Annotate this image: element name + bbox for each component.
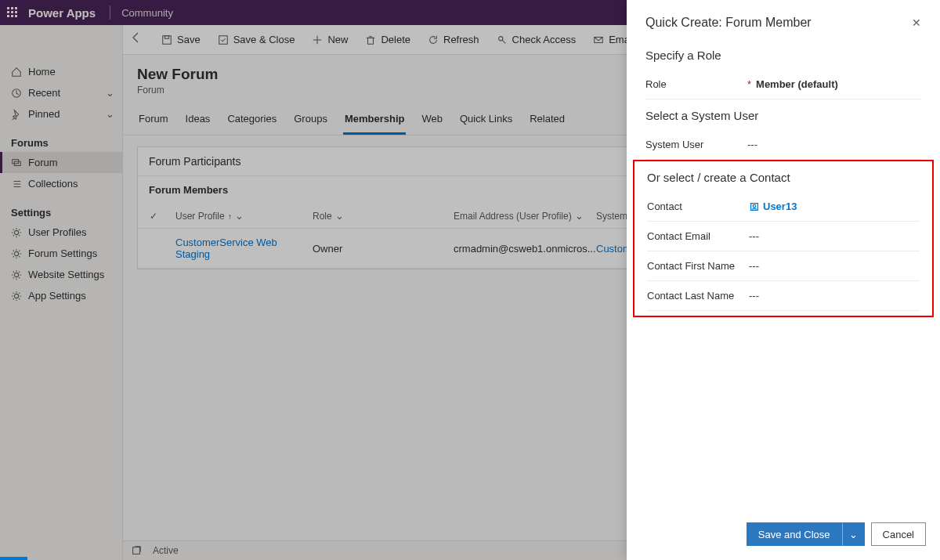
- contact-icon: [749, 201, 760, 212]
- home-icon: [11, 67, 22, 78]
- col-email[interactable]: Email Address (User Profile): [447, 210, 590, 222]
- field-role[interactable]: Role * Member (default): [645, 70, 921, 99]
- gear-icon: [11, 248, 22, 259]
- nav-forum-settings[interactable]: Forum Settings: [0, 243, 122, 264]
- cancel-button[interactable]: Cancel: [871, 522, 926, 546]
- nav-settings-header: Settings: [0, 201, 122, 222]
- check-access-button[interactable]: Check Access: [489, 29, 584, 50]
- svg-point-30: [14, 251, 18, 255]
- svg-rect-13: [164, 35, 168, 38]
- tab-ideas[interactable]: Ideas: [184, 108, 212, 135]
- col-user-profile[interactable]: User Profile: [169, 210, 306, 222]
- cell-email: crmadmin@csweb1.onmicros...: [447, 237, 590, 260]
- svg-rect-14: [219, 35, 227, 44]
- svg-rect-6: [7, 15, 9, 17]
- svg-point-29: [14, 230, 18, 234]
- new-button[interactable]: New: [304, 29, 356, 50]
- panel-title: Quick Create: Forum Member: [645, 16, 812, 30]
- divider: [110, 5, 110, 20]
- app-launcher-icon[interactable]: [0, 0, 25, 25]
- left-nav: Home Recent Pinned Forums Forum Collecti…: [0, 25, 123, 560]
- svg-rect-2: [15, 7, 17, 9]
- required-indicator: *: [747, 78, 756, 90]
- brand-name: Power Apps: [25, 6, 103, 20]
- tab-categories[interactable]: Categories: [226, 108, 278, 135]
- plus-icon: [312, 34, 323, 45]
- field-contact[interactable]: Contact User13: [647, 192, 920, 222]
- environment-name[interactable]: Community: [117, 7, 178, 19]
- nav-pinned[interactable]: Pinned: [0, 103, 122, 125]
- save-close-button[interactable]: Save & Close: [210, 29, 303, 50]
- field-contact-email[interactable]: Contact Email ---: [647, 222, 920, 251]
- chevron-down-icon: [235, 210, 244, 222]
- save-icon: [161, 34, 172, 45]
- field-contact-last-name[interactable]: Contact Last Name ---: [647, 281, 920, 311]
- svg-rect-7: [11, 15, 13, 17]
- save-close-icon: [218, 34, 229, 45]
- sort-asc-icon: [228, 211, 233, 222]
- nav-website-settings[interactable]: Website Settings: [0, 264, 122, 285]
- select-all-icon[interactable]: [150, 211, 157, 222]
- tab-web[interactable]: Web: [420, 108, 444, 135]
- back-button[interactable]: [130, 31, 143, 46]
- trash-icon: [365, 34, 376, 45]
- nav-forum[interactable]: Forum: [0, 152, 122, 173]
- list-icon: [11, 179, 22, 190]
- mail-icon: [593, 34, 604, 45]
- svg-point-31: [14, 273, 18, 276]
- svg-rect-8: [15, 15, 17, 17]
- refresh-button[interactable]: Refresh: [420, 29, 487, 50]
- gear-icon: [11, 269, 22, 280]
- nav-app-settings[interactable]: App Settings: [0, 285, 122, 306]
- cell-profile[interactable]: CustomerService Web Staging: [169, 237, 306, 260]
- delete-button[interactable]: Delete: [357, 29, 418, 50]
- tab-quick-links[interactable]: Quick Links: [458, 108, 514, 135]
- chevron-down-icon: [575, 210, 584, 222]
- quick-create-panel: Quick Create: Forum Member ✕ Specify a R…: [627, 0, 940, 560]
- svg-rect-12: [163, 35, 172, 44]
- tab-forum[interactable]: Forum: [137, 108, 170, 135]
- field-contact-first-name[interactable]: Contact First Name ---: [647, 251, 920, 281]
- section-system-header: Select a System User: [645, 99, 921, 130]
- save-and-close-dropdown[interactable]: [842, 522, 865, 546]
- chevron-down-icon: [335, 210, 344, 222]
- svg-line-21: [502, 40, 505, 43]
- cell-role: Owner: [306, 237, 447, 260]
- nav-forums-header: Forums: [0, 131, 122, 152]
- field-system-user[interactable]: System User ---: [645, 130, 921, 160]
- svg-rect-17: [368, 38, 374, 44]
- svg-point-32: [14, 294, 18, 298]
- chevron-down-icon: [106, 108, 114, 120]
- save-button[interactable]: Save: [154, 29, 208, 50]
- refresh-icon: [428, 34, 439, 45]
- clock-icon: [11, 88, 22, 99]
- key-icon: [497, 34, 508, 45]
- svg-rect-0: [7, 7, 9, 9]
- popout-icon[interactable]: [131, 545, 142, 556]
- tab-membership[interactable]: Membership: [343, 108, 407, 135]
- svg-point-35: [753, 204, 756, 208]
- nav-home[interactable]: Home: [0, 61, 122, 82]
- chevron-down-icon: [849, 529, 858, 540]
- nav-collections[interactable]: Collections: [0, 173, 122, 194]
- tab-groups[interactable]: Groups: [292, 108, 329, 135]
- save-and-close-button[interactable]: Save and Close: [747, 522, 842, 546]
- svg-rect-5: [15, 11, 17, 13]
- svg-rect-3: [7, 11, 9, 13]
- svg-rect-4: [11, 11, 13, 13]
- status-text: Active: [153, 545, 179, 556]
- col-role[interactable]: Role: [306, 210, 447, 222]
- tab-related[interactable]: Related: [528, 108, 566, 135]
- section-role-header: Specify a Role: [645, 39, 921, 70]
- close-button[interactable]: ✕: [912, 16, 921, 29]
- gear-icon: [11, 227, 22, 238]
- pin-icon: [11, 109, 22, 120]
- section-contact-header: Or select / create a Contact: [647, 161, 920, 192]
- nav-recent[interactable]: Recent: [0, 82, 122, 103]
- svg-rect-1: [11, 7, 13, 9]
- svg-rect-33: [133, 547, 140, 555]
- nav-user-profiles[interactable]: User Profiles: [0, 222, 122, 243]
- chat-icon: [11, 157, 22, 168]
- loading-progress: [0, 557, 27, 560]
- contact-section-highlight: Or select / create a Contact Contact Use…: [633, 160, 934, 317]
